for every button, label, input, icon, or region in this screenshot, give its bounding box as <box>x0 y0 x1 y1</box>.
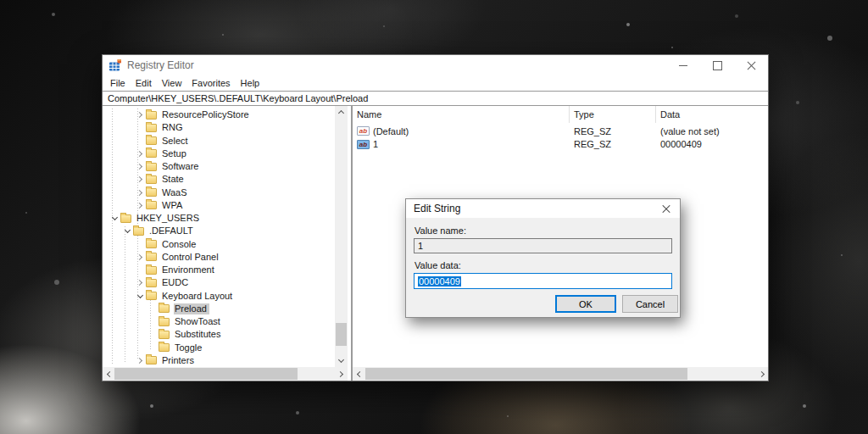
folder-icon <box>146 356 157 364</box>
tree-item-label: Printers <box>161 355 197 366</box>
menu-bar: FileEditViewFavoritesHelp <box>103 75 768 91</box>
folder-icon <box>146 253 157 261</box>
scroll-down-icon[interactable] <box>335 354 348 367</box>
value-data: (value not set) <box>656 126 768 136</box>
tree-item-setup[interactable]: Setup <box>103 147 335 160</box>
menu-help[interactable]: Help <box>236 76 265 90</box>
list-header: Name Type Data <box>353 106 768 123</box>
tree-item-console[interactable]: Console <box>103 238 335 251</box>
scroll-right-icon[interactable] <box>756 367 768 381</box>
scroll-up-icon[interactable] <box>335 106 348 119</box>
tree-item-resourcepolicystore[interactable]: ResourcePolicyStore <box>103 108 335 121</box>
close-icon[interactable] <box>734 55 768 75</box>
tree-item-wpa[interactable]: WPA <box>103 199 335 212</box>
tree-item-showtoast[interactable]: ShowToast <box>103 315 335 328</box>
folder-icon <box>159 343 170 352</box>
ok-button[interactable]: OK <box>555 295 616 313</box>
tree-item-eudc[interactable]: EUDC <box>103 276 335 289</box>
tree-item-toggle[interactable]: Toggle <box>103 342 335 354</box>
menu-file[interactable]: File <box>105 76 131 90</box>
column-header-name[interactable]: Name <box>353 106 570 123</box>
tree-item-preload[interactable]: Preload <box>103 303 335 315</box>
value-row[interactable]: ab1REG_SZ00000409 <box>353 138 768 152</box>
value-data-field[interactable]: 00000409 <box>414 273 672 289</box>
cancel-button[interactable]: Cancel <box>622 295 678 313</box>
folder-icon <box>146 124 157 132</box>
folder-icon <box>146 292 157 300</box>
window-title: Registry Editor <box>127 59 194 71</box>
column-header-data[interactable]: Data <box>656 106 768 123</box>
tree-items: ResourcePolicyStoreRNGSelectSetupSoftwar… <box>103 108 335 367</box>
column-header-type[interactable]: Type <box>570 106 656 123</box>
chevron-down-icon[interactable] <box>122 230 133 232</box>
folder-icon <box>146 266 157 275</box>
folder-icon <box>159 318 170 326</box>
tree-item-software[interactable]: Software <box>103 160 335 173</box>
tree-item-label: Keyboard Layout <box>161 291 235 302</box>
value-row[interactable]: ab(Default)REG_SZ(value not set) <box>353 125 768 138</box>
folder-icon <box>146 188 157 197</box>
tree-item-label: Console <box>161 239 198 250</box>
registry-editor-icon <box>108 58 122 72</box>
chevron-right-icon[interactable] <box>135 113 146 117</box>
scroll-left-icon[interactable] <box>103 367 115 381</box>
tree-item-state[interactable]: State <box>103 173 335 186</box>
scrollbar-thumb[interactable] <box>114 368 298 380</box>
tree-item-label: ShowToast <box>174 316 223 327</box>
tree-item-label: Toggle <box>174 342 204 353</box>
chevron-down-icon[interactable] <box>135 295 146 298</box>
minimize-icon[interactable] <box>666 55 700 75</box>
tree-horizontal-scrollbar[interactable] <box>103 367 348 381</box>
tree-item-substitutes[interactable]: Substitutes <box>103 328 335 341</box>
tree-item-label: Environment <box>161 264 217 275</box>
tree-item-label: Select <box>161 136 191 147</box>
menu-edit[interactable]: Edit <box>131 76 157 90</box>
chevron-right-icon[interactable] <box>135 203 146 208</box>
address-bar[interactable]: Computer\HKEY_USERS\.DEFAULT\Keyboard La… <box>103 91 768 106</box>
scrollbar-thumb[interactable] <box>365 368 687 380</box>
chevron-down-icon[interactable] <box>109 217 120 220</box>
scroll-right-icon[interactable] <box>335 367 348 381</box>
menu-favorites[interactable]: Favorites <box>186 76 235 90</box>
scrollbar-thumb[interactable] <box>336 323 347 346</box>
reg-sz-icon: ab <box>357 126 370 136</box>
chevron-right-icon[interactable] <box>135 191 146 195</box>
chevron-right-icon[interactable] <box>135 152 146 156</box>
tree-item-control-panel[interactable]: Control Panel <box>103 251 335 264</box>
value-data-label: Value data: <box>415 260 461 270</box>
cell-name: ab(Default) <box>353 126 570 136</box>
chevron-right-icon[interactable] <box>135 164 146 169</box>
chevron-right-icon[interactable] <box>135 177 146 181</box>
chevron-right-icon[interactable] <box>135 359 146 363</box>
tree-vertical-scrollbar[interactable] <box>335 106 348 367</box>
value-data-text: 00000409 <box>418 276 461 287</box>
tree-item-hkey-users[interactable]: HKEY_USERS <box>103 212 335 225</box>
value-data: 00000409 <box>656 139 768 149</box>
tree-item--default[interactable]: .DEFAULT <box>103 225 335 237</box>
value-name-field[interactable]: 1 <box>414 238 672 253</box>
values-horizontal-scrollbar[interactable] <box>353 367 768 381</box>
value-name: (Default) <box>373 126 409 136</box>
tree-item-environment[interactable]: Environment <box>103 264 335 276</box>
tree-item-select[interactable]: Select <box>103 135 335 147</box>
folder-icon <box>146 201 157 209</box>
tree-item-keyboard-layout[interactable]: Keyboard Layout <box>103 290 335 303</box>
tree-item-label: ResourcePolicyStore <box>161 109 252 120</box>
tree-item-rng[interactable]: RNG <box>103 121 335 134</box>
title-bar: Registry Editor <box>103 55 768 75</box>
tree-item-waas[interactable]: WaaS <box>103 186 335 199</box>
scroll-left-icon[interactable] <box>353 367 364 381</box>
reg-sz-icon: ab <box>357 140 370 149</box>
maximize-icon[interactable] <box>700 55 734 75</box>
dialog-close-icon[interactable] <box>653 199 680 218</box>
chevron-right-icon[interactable] <box>135 255 146 259</box>
list-rows: ab(Default)REG_SZ(value not set)ab1REG_S… <box>353 125 768 151</box>
chevron-right-icon[interactable] <box>135 281 146 285</box>
tree-item-label: Control Panel <box>161 252 221 263</box>
folder-icon <box>159 304 170 313</box>
tree-item-printers[interactable]: Printers <box>103 354 335 367</box>
tree-item-label: WPA <box>161 200 185 211</box>
menu-view[interactable]: View <box>157 76 187 90</box>
dialog-title: Edit String <box>414 203 460 214</box>
tree-item-label: RNG <box>161 122 185 133</box>
